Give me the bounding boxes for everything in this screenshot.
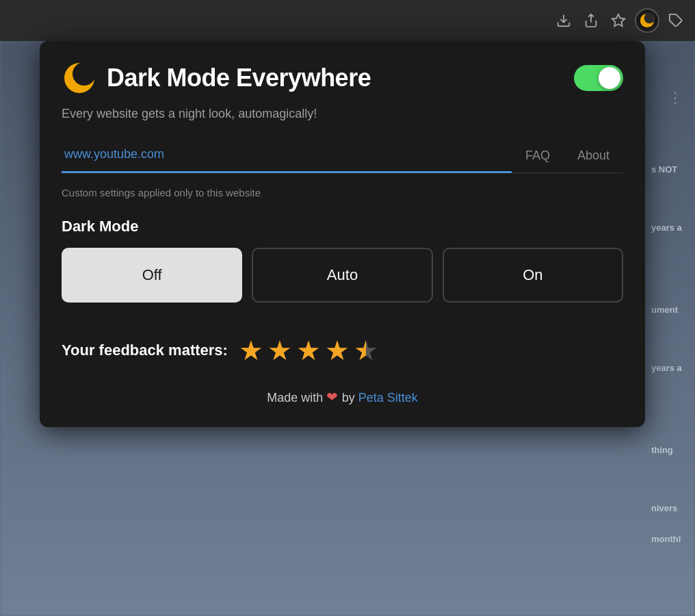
heart-icon: ❤ bbox=[326, 389, 342, 405]
svg-point-7 bbox=[73, 62, 96, 86]
tab-about[interactable]: About bbox=[564, 142, 623, 172]
browser-toolbar bbox=[0, 0, 695, 41]
global-toggle[interactable] bbox=[574, 65, 623, 91]
tab-site[interactable]: www.youtube.com bbox=[62, 140, 512, 173]
tabs-bar: www.youtube.com FAQ About bbox=[62, 140, 623, 173]
author-link[interactable]: Peta Sittek bbox=[358, 391, 418, 405]
bg-text-3: ument bbox=[651, 305, 678, 315]
header-left: Dark Mode Everywhere bbox=[62, 60, 371, 96]
svg-point-4 bbox=[644, 12, 655, 23]
puzzle-icon[interactable] bbox=[665, 10, 687, 31]
bg-text-2: years a bbox=[651, 222, 682, 233]
mode-on-button[interactable]: On bbox=[443, 248, 623, 303]
bg-text-4: years a bbox=[651, 363, 682, 373]
feedback-label: Your feedback matters: bbox=[62, 342, 228, 359]
bg-text-1: s NOT bbox=[651, 164, 677, 175]
mode-buttons-group: Off Auto On bbox=[62, 248, 623, 303]
made-with-text: Made with bbox=[267, 391, 323, 405]
three-dots-menu[interactable]: ⋮ bbox=[668, 89, 683, 107]
svg-marker-2 bbox=[612, 14, 625, 26]
share-icon[interactable] bbox=[580, 10, 602, 31]
bg-text-5: thing bbox=[651, 445, 673, 455]
star-1[interactable]: ★ bbox=[239, 337, 263, 364]
mode-off-button[interactable]: Off bbox=[62, 248, 242, 303]
feedback-section: Your feedback matters: ★ ★ ★ ★ ★ bbox=[62, 337, 623, 364]
settings-note: Custom settings applied only to this web… bbox=[62, 187, 623, 198]
mode-auto-button[interactable]: Auto bbox=[252, 248, 432, 303]
star-5[interactable]: ★ bbox=[354, 337, 378, 364]
star-2[interactable]: ★ bbox=[267, 337, 292, 364]
download-icon[interactable] bbox=[553, 10, 575, 31]
footer: Made with ❤ by Peta Sittek bbox=[62, 389, 623, 405]
moon-logo-icon bbox=[62, 60, 97, 96]
popup-subtitle: Every website gets a night look, automag… bbox=[62, 107, 623, 121]
star-3[interactable]: ★ bbox=[296, 337, 321, 364]
popup-title: Dark Mode Everywhere bbox=[107, 64, 371, 92]
bg-text-6: nivers bbox=[651, 503, 677, 513]
star-rating[interactable]: ★ ★ ★ ★ ★ bbox=[239, 337, 378, 364]
tab-faq[interactable]: FAQ bbox=[512, 142, 564, 172]
star-4[interactable]: ★ bbox=[325, 337, 350, 364]
toggle-knob bbox=[599, 67, 620, 89]
extension-popup: Dark Mode Everywhere Every website gets … bbox=[40, 41, 645, 427]
bookmark-icon[interactable] bbox=[607, 10, 629, 31]
bg-text-7: monthl bbox=[651, 534, 681, 544]
extension-active-button[interactable] bbox=[635, 8, 659, 33]
popup-header: Dark Mode Everywhere bbox=[62, 60, 623, 96]
by-text: by bbox=[342, 391, 355, 405]
dark-mode-section-label: Dark Mode bbox=[62, 218, 623, 235]
